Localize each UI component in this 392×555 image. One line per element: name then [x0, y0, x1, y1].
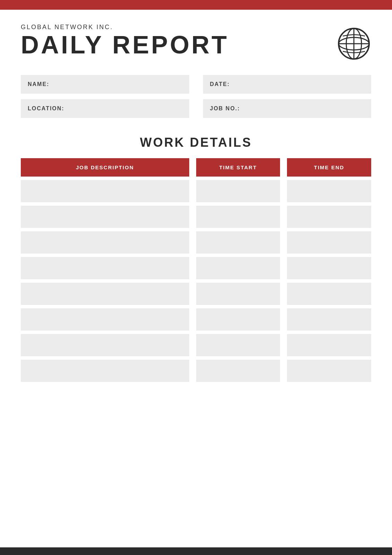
- cell-time-start-5[interactable]: [196, 283, 280, 305]
- cell-job-desc-7[interactable]: [21, 334, 189, 356]
- table-row: [21, 360, 371, 382]
- cell-time-start-8[interactable]: [196, 360, 280, 382]
- table-rows: [21, 180, 371, 382]
- name-field[interactable]: NAME:: [21, 75, 189, 94]
- col-time-end: TIME END: [287, 158, 371, 177]
- col-time-start: TIME START: [196, 158, 280, 177]
- table-row: [21, 231, 371, 254]
- job-no-field[interactable]: JOB NO.:: [203, 99, 372, 118]
- bottom-bar: [0, 547, 392, 555]
- cell-time-start-1[interactable]: [196, 180, 280, 202]
- cell-job-desc-2[interactable]: [21, 206, 189, 228]
- table-row: [21, 257, 371, 279]
- cell-time-end-5[interactable]: [287, 283, 371, 305]
- cell-time-start-2[interactable]: [196, 206, 280, 228]
- cell-time-end-3[interactable]: [287, 231, 371, 254]
- location-label: LOCATION:: [28, 105, 64, 112]
- header-left: GLOBAL NETWORK INC. DAILY REPORT: [21, 24, 229, 57]
- section-title: WORK DETAILS: [21, 135, 371, 150]
- cell-time-end-2[interactable]: [287, 206, 371, 228]
- company-name: GLOBAL NETWORK INC.: [21, 24, 229, 31]
- table-row: [21, 283, 371, 305]
- cell-job-desc-4[interactable]: [21, 257, 189, 279]
- cell-time-start-4[interactable]: [196, 257, 280, 279]
- name-label: NAME:: [28, 81, 49, 87]
- location-field[interactable]: LOCATION:: [21, 99, 189, 118]
- cell-time-end-4[interactable]: [287, 257, 371, 279]
- cell-time-start-7[interactable]: [196, 334, 280, 356]
- info-grid: NAME: DATE: LOCATION: JOB NO.:: [21, 75, 371, 118]
- cell-time-end-7[interactable]: [287, 334, 371, 356]
- cell-job-desc-5[interactable]: [21, 283, 189, 305]
- table-row: [21, 180, 371, 202]
- table-row: [21, 308, 371, 331]
- cell-time-start-6[interactable]: [196, 308, 280, 331]
- table-row: [21, 206, 371, 228]
- cell-job-desc-6[interactable]: [21, 308, 189, 331]
- table-row: [21, 334, 371, 356]
- col-job-description: JOB DESCRIPTION: [21, 158, 189, 177]
- date-label: DATE:: [210, 81, 230, 87]
- cell-job-desc-1[interactable]: [21, 180, 189, 202]
- cell-job-desc-8[interactable]: [21, 360, 189, 382]
- header-section: GLOBAL NETWORK INC. DAILY REPORT: [21, 24, 371, 61]
- cell-job-desc-3[interactable]: [21, 231, 189, 254]
- cell-time-start-3[interactable]: [196, 231, 280, 254]
- top-bar: [0, 0, 392, 10]
- cell-time-end-8[interactable]: [287, 360, 371, 382]
- job-no-label: JOB NO.:: [210, 105, 240, 112]
- page-content: GLOBAL NETWORK INC. DAILY REPORT: [0, 10, 392, 396]
- date-field[interactable]: DATE:: [203, 75, 372, 94]
- report-title: DAILY REPORT: [21, 32, 229, 57]
- cell-time-end-6[interactable]: [287, 308, 371, 331]
- table-header: JOB DESCRIPTION TIME START TIME END: [21, 158, 371, 177]
- cell-time-end-1[interactable]: [287, 180, 371, 202]
- globe-icon: [337, 26, 371, 61]
